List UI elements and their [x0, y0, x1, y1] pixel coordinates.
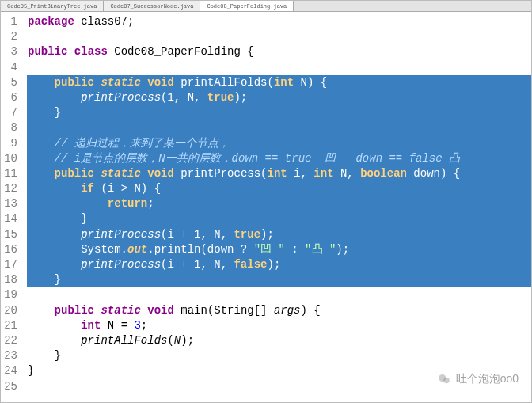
- editor-tab[interactable]: Code08_PaperFolding.java: [200, 1, 294, 11]
- code-token: main(String[]: [174, 304, 274, 317]
- line-number: 18: [2, 272, 17, 287]
- code-line[interactable]: public class Code08_PaperFolding {: [28, 44, 531, 59]
- editor-tab[interactable]: Code05_PrintBinaryTree.java: [1, 1, 104, 11]
- code-line[interactable]: printProcess(1, N, true);: [27, 90, 531, 105]
- code-token: class07;: [74, 15, 135, 28]
- code-token: public: [55, 76, 94, 89]
- code-token: package: [28, 15, 74, 28]
- code-token: // 递归过程，来到了某一个节点，: [55, 137, 230, 150]
- code-token: }: [28, 273, 61, 286]
- code-token: static: [101, 167, 140, 180]
- code-line[interactable]: System.out.println(down ? "凹 " : "凸 ");: [27, 242, 531, 257]
- code-line[interactable]: [28, 287, 531, 302]
- code-token: int: [274, 76, 294, 89]
- code-line[interactable]: printProcess(i + 1, N, false);: [27, 257, 531, 272]
- code-token: printProcess: [81, 228, 161, 241]
- line-number-gutter: 1234567891011121314151617181920212223242…: [1, 12, 21, 402]
- line-number: 6: [2, 90, 17, 105]
- code-area[interactable]: package class07; public class Code08_Pap…: [21, 12, 531, 402]
- line-number: 13: [2, 196, 17, 211]
- code-token: [28, 167, 55, 180]
- code-token: printProcess(: [174, 167, 268, 180]
- code-token: out: [127, 243, 147, 256]
- line-number: 22: [2, 333, 17, 348]
- code-line[interactable]: [27, 120, 531, 135]
- code-token: Code08_PaperFolding {: [108, 45, 254, 58]
- code-token: "凹 ": [254, 243, 285, 256]
- line-number: 9: [2, 136, 17, 151]
- line-number: 4: [2, 60, 17, 75]
- code-line[interactable]: public static void printAllFolds(int N) …: [27, 75, 531, 90]
- line-number: 21: [2, 318, 17, 333]
- code-token: (i + 1, N,: [161, 228, 234, 241]
- code-line[interactable]: package class07;: [28, 14, 531, 29]
- code-token: public: [55, 167, 94, 180]
- code-token: [28, 304, 55, 317]
- code-token: N: [174, 334, 180, 347]
- code-token: .println(down ?: [147, 243, 253, 256]
- code-line[interactable]: int N = 3;: [28, 318, 531, 333]
- code-token: false: [234, 258, 267, 271]
- code-token: class: [74, 45, 108, 58]
- code-line[interactable]: printProcess(i + 1, N, true);: [27, 227, 531, 242]
- line-number: 16: [2, 242, 17, 257]
- code-token: true: [234, 228, 260, 241]
- line-number: 19: [2, 287, 17, 302]
- line-number: 7: [2, 105, 17, 120]
- code-token: [28, 319, 81, 332]
- code-line[interactable]: return;: [27, 196, 531, 211]
- code-line[interactable]: if (i > N) {: [27, 181, 531, 196]
- code-token: static: [101, 76, 140, 89]
- code-line[interactable]: [28, 60, 531, 75]
- code-token: down) {: [407, 167, 460, 180]
- code-token: System.: [28, 243, 127, 256]
- code-line[interactable]: [28, 29, 531, 44]
- line-number: 5: [2, 75, 17, 90]
- code-token: int: [268, 167, 287, 180]
- code-token: [28, 228, 81, 241]
- code-line[interactable]: }: [27, 272, 531, 287]
- code-token: [141, 167, 147, 180]
- code-token: printAllFolds: [81, 334, 167, 347]
- code-token: [28, 334, 81, 347]
- code-line[interactable]: printAllFolds(N);: [28, 333, 531, 348]
- code-token: return: [108, 197, 147, 210]
- code-line[interactable]: }: [28, 348, 531, 363]
- code-token: );: [260, 228, 274, 241]
- code-token: (1, N,: [161, 91, 207, 104]
- code-token: [28, 152, 55, 165]
- line-number: 17: [2, 257, 17, 272]
- code-line[interactable]: }: [27, 105, 531, 120]
- code-token: N,: [334, 167, 361, 180]
- code-line[interactable]: public static void main(String[] args) {: [28, 303, 531, 318]
- editor-tab[interactable]: Code07_SuccessorNode.java: [104, 1, 200, 11]
- code-token: (: [167, 334, 173, 347]
- code-line[interactable]: [28, 379, 531, 394]
- code-token: (i > N) {: [94, 182, 161, 195]
- code-token: ) {: [301, 304, 321, 317]
- code-token: :: [285, 243, 305, 256]
- code-token: void: [147, 167, 174, 180]
- code-token: printProcess: [81, 258, 161, 271]
- line-number: 1: [2, 14, 17, 29]
- code-line[interactable]: }: [28, 363, 531, 378]
- code-token: [28, 76, 55, 89]
- code-token: true: [207, 91, 234, 104]
- line-number: 14: [2, 211, 17, 226]
- code-line[interactable]: }: [27, 211, 531, 226]
- code-token: }: [28, 106, 61, 119]
- code-token: i,: [287, 167, 314, 180]
- code-token: [28, 258, 81, 271]
- code-token: [141, 304, 147, 317]
- code-token: ;: [147, 197, 154, 210]
- code-line[interactable]: // 递归过程，来到了某一个节点，: [27, 136, 531, 151]
- code-token: "凸 ": [305, 243, 336, 256]
- code-token: int: [314, 167, 333, 180]
- line-number: 25: [2, 379, 17, 394]
- code-line[interactable]: // i是节点的层数，N一共的层数，down == true 凹 down ==…: [27, 151, 531, 166]
- code-token: }: [28, 349, 61, 362]
- code-token: }: [28, 364, 34, 377]
- line-number: 15: [2, 227, 17, 242]
- code-line[interactable]: public static void printProcess(int i, i…: [27, 166, 531, 181]
- code-token: );: [267, 258, 280, 271]
